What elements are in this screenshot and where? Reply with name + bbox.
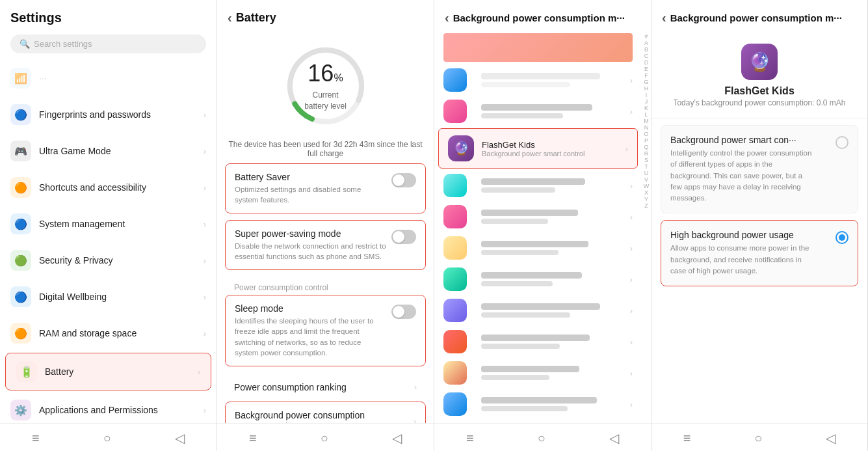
battery-usage-text: The device has been used for 3d 22h 43m … [217,140,434,158]
chevron-icon: › [414,417,416,423]
blurred-app-row[interactable]: › [434,295,642,326]
bg-management-option[interactable]: Background power consumption management … [225,402,426,423]
blurred-app-row[interactable]: › [434,326,642,357]
menu-icon[interactable]: ≡ [466,431,474,446]
apps-label: Applications and Permissions [39,405,204,415]
chevron-icon: › [204,183,206,193]
chevron-icon: › [630,275,633,284]
sidebar-item-apps[interactable]: ⚙️ Applications and Permissions › [0,392,217,423]
app-list-back-btn[interactable]: ‹ Background power consumption m··· [445,10,640,25]
blurred-app-row[interactable] [443,33,633,62]
blurred-app-row[interactable]: › [434,170,642,201]
app-list-panel-title: Background power consumption m··· [453,12,625,23]
chevron-icon: › [204,110,206,120]
blurred-app-row[interactable]: › [434,357,642,389]
blurred-app-row[interactable]: › [434,64,642,96]
app-list-items: › › 🔮 FlashGet Kids Background power sma… [434,31,642,423]
chevron-icon: › [198,367,200,377]
blurred-app-row[interactable]: › [434,232,642,264]
app-list-panel: ‹ Background power consumption m··· › [434,0,651,451]
sidebar-item-system[interactable]: 🔵 System management › [0,206,217,242]
battery-saver-desc: Optimized settings and disabled some sys… [235,184,386,205]
chevron-icon: › [625,144,628,154]
blurred-app-row[interactable]: › [434,96,642,127]
sidebar-item-fingerprints[interactable]: 🔵 Fingerprints and passwords › [0,96,217,133]
security-label: Security & Privacy [39,255,204,266]
battery-saver-toggle[interactable] [391,173,416,187]
wellbeing-label: Digital Wellbeing [39,292,204,302]
battery-header: ‹ Battery [217,0,434,31]
app-icon [443,205,467,228]
app-detail-name: FlashGet Kids [724,85,795,97]
ram-label: RAM and storage space [39,328,204,338]
app-icon [443,68,467,92]
sidebar-item-ram[interactable]: 🟠 RAM and storage space › [0,315,217,351]
battery-options-list: Battery Saver Optimized settings and dis… [217,158,434,423]
home-icon[interactable]: ○ [321,431,328,446]
blurred-app-row[interactable]: › [434,201,642,232]
fingerprints-label: Fingerprints and passwords [39,109,204,120]
back-icon[interactable]: ◁ [826,430,835,446]
home-icon[interactable]: ○ [538,431,546,446]
chevron-icon: › [414,382,417,392]
fingerprints-icon: 🔵 [10,104,31,125]
home-icon[interactable]: ○ [754,431,762,446]
toggle-knob [393,306,404,318]
super-power-option[interactable]: Super power-saving mode Disable the netw… [225,220,426,270]
flashget-sub: Background power smart control [482,150,625,157]
battery-panel: ‹ Battery 16% Currentbattery level The d… [217,0,434,451]
radio-inner [839,234,845,241]
security-icon: 🟢 [10,250,31,271]
battery-saver-option[interactable]: Battery Saver Optimized settings and dis… [225,163,426,213]
sleep-mode-option[interactable]: Sleep mode Identifies the sleeping hours… [225,295,426,366]
back-arrow-icon: ‹ [662,10,666,25]
toggle-knob [393,174,404,186]
battery-back-btn[interactable]: ‹ Battery [228,10,423,25]
settings-title: Settings [10,10,206,25]
blurred-app-row[interactable]: › [434,389,642,420]
high-usage-radio[interactable] [835,231,848,244]
super-power-toggle[interactable] [391,230,416,244]
smart-control-radio[interactable] [835,136,848,149]
back-icon[interactable]: ◁ [392,430,402,446]
back-icon[interactable]: ◁ [609,430,619,446]
pct-number: 16 [308,60,334,87]
settings-list: 📶 ··· 🔵 Fingerprints and passwords › 🎮 U… [0,60,217,423]
menu-icon[interactable]: ≡ [32,431,40,446]
sleep-mode-toggle[interactable] [391,305,416,319]
menu-icon[interactable]: ≡ [249,431,257,446]
app-detail-back-btn[interactable]: ‹ Background power consumption m··· [662,10,857,25]
super-power-title: Super power-saving mode [235,228,386,239]
sidebar-item-shortcuts[interactable]: 🟠 Shortcuts and accessibility › [0,169,217,206]
bg-management-title: Background power consumption management [235,410,391,423]
back-icon[interactable]: ◁ [175,430,185,446]
ultragame-icon: 🎮 [10,141,31,161]
system-label: System management [39,219,204,229]
blurred-app-row[interactable]: › [434,264,642,295]
home-icon[interactable]: ○ [103,431,111,446]
pct-sign: % [334,72,343,83]
sidebar-item-battery[interactable]: 🔋 Battery › [5,353,211,390]
sidebar-item-security[interactable]: 🟢 Security & Privacy › [0,242,217,279]
app-icon [443,361,467,385]
settings-item-partial[interactable]: 📶 ··· [0,60,217,96]
app-item-flashget[interactable]: 🔮 FlashGet Kids Background power smart c… [438,128,638,169]
search-bar[interactable]: 🔍 Search settings [10,34,206,53]
shortcuts-label: Shortcuts and accessibility [39,182,204,193]
high-usage-option[interactable]: High background power usage Allow apps t… [661,220,858,286]
smart-control-option[interactable]: Background power smart con··· Intelligen… [661,125,858,213]
power-ranking-option[interactable]: Power consumption ranking › [225,373,426,402]
smart-control-desc: Intelligently control the power consumpt… [670,148,813,204]
chevron-icon: › [204,292,206,302]
sidebar-item-wellbeing[interactable]: 🔵 Digital Wellbeing › [0,279,217,315]
app-icon-emoji: 🔮 [748,51,771,73]
chevron-icon: › [630,212,633,222]
chevron-icon: › [204,219,206,229]
app-detail-content: 🔮 FlashGet Kids Today's background power… [651,31,867,423]
chevron-icon: › [630,306,633,316]
sidebar-item-ultragame[interactable]: 🎮 Ultra Game Mode › [0,133,217,169]
menu-icon[interactable]: ≡ [683,431,691,446]
app-detail-panel: ‹ Background power consumption m··· 🔮 Fl… [651,0,868,451]
alphabet-index[interactable]: # A B C D E F G H I J K L M N O P Q R S … [642,31,651,423]
app-icon [443,299,467,322]
